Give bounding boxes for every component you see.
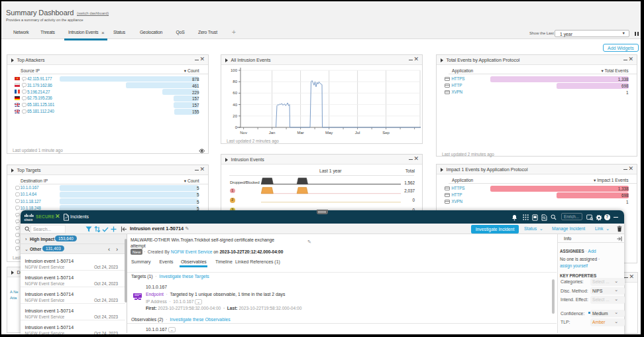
svg-text:100: 100 [231,68,238,72]
svg-text:20: 20 [233,114,237,118]
svg-text:May: May [325,131,333,135]
svg-text:60: 60 [233,91,237,95]
svg-text:40: 40 [233,103,237,107]
svg-text:Jan: Jan [269,131,276,135]
svg-text:80: 80 [233,80,237,84]
svg-text:Mar: Mar [297,131,303,135]
svg-text:Sep: Sep [382,131,390,135]
svg-text:Nov: Nov [240,131,247,135]
svg-text:cisco: cisco [25,218,33,222]
svg-text:Jul: Jul [355,131,360,135]
